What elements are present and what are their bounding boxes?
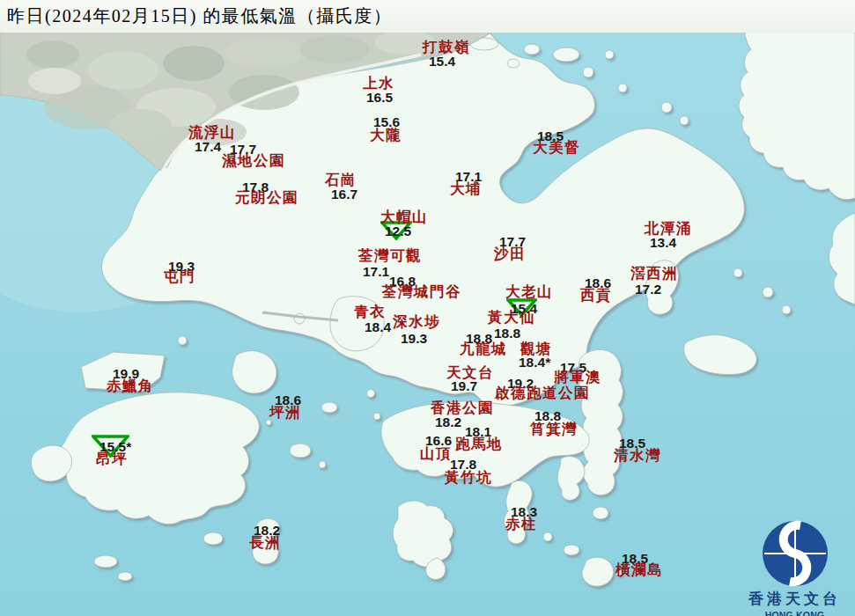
station-value: 18.2: [435, 415, 461, 429]
station-name: 清水灣: [614, 449, 661, 464]
station-name: 打鼓嶺: [423, 40, 470, 55]
hko-logo: 香港天文台 HONG KONG OBSERVATORY: [734, 519, 855, 616]
station-name: 赤柱: [505, 517, 537, 532]
hk-min-temp-map: 昨日(2024年02月15日) 的最低氣溫（攝氏度） 15.4打鼓嶺16.5上水…: [0, 0, 855, 616]
station-name: 將軍澳: [554, 370, 601, 385]
station-value: 12.5: [385, 224, 411, 238]
station-name: 九龍城: [460, 342, 507, 357]
station-value: 15.4: [429, 55, 455, 69]
station-value: 18.8: [494, 326, 520, 341]
station-value: 17.1: [363, 265, 389, 279]
station-value: 18.4: [365, 320, 391, 334]
station-name: 觀塘: [520, 342, 552, 357]
station-name: 筲箕灣: [530, 422, 578, 437]
hko-logo-name-zh: 香港天文台: [734, 589, 855, 609]
station-name: 元朗公園: [235, 191, 299, 206]
station-name: 沙田: [494, 247, 526, 262]
station-name: 山頂: [420, 447, 452, 462]
station-name: 上水: [363, 77, 394, 92]
hko-logo-icon: [761, 519, 829, 588]
hko-logo-name-en: HONG KONG OBSERVATORY: [734, 610, 855, 616]
station-value: 17.2: [635, 282, 661, 297]
station-name: 赤鱲角: [107, 379, 154, 394]
station-name: 流浮山: [188, 126, 236, 141]
stations-layer: 15.4打鼓嶺16.5上水15.6大隴18.5大美督17.4流浮山17.7濕地公…: [0, 0, 855, 616]
station-value: 19.3: [401, 332, 427, 346]
station-name: 橫瀾島: [615, 563, 663, 578]
station-value: 16.7: [331, 187, 357, 202]
station-value: 16.5: [366, 91, 393, 105]
station-name: 大老山: [505, 285, 553, 300]
station-name: 黃大仙: [488, 311, 535, 326]
station-value: 19.7: [451, 379, 477, 393]
station-name: 大隴: [370, 128, 402, 143]
station-name: 天文台: [446, 366, 494, 381]
station-name: 滘西洲: [630, 267, 678, 282]
station-name: 青衣: [354, 305, 386, 320]
station-name: 昂坪: [96, 452, 128, 467]
station-name: 長洲: [249, 536, 281, 551]
station-name: 跑馬地: [455, 437, 503, 452]
station-name: 濕地公園: [222, 154, 285, 169]
station-name: 大埔: [450, 182, 482, 197]
station-value: 13.4: [650, 236, 676, 250]
station-name: 荃灣城門谷: [382, 285, 461, 300]
station-name: 屯門: [164, 270, 195, 285]
station-name: 荃灣可觀: [358, 249, 422, 264]
station-name: 香港公園: [431, 401, 494, 416]
station-name: 深水埗: [393, 315, 440, 330]
station-name: 坪洲: [269, 406, 301, 421]
station-name: 石崗: [325, 173, 357, 188]
station-name: 黃竹坑: [445, 471, 492, 486]
station-name: 大帽山: [380, 210, 428, 225]
station-name: 北潭涌: [645, 222, 692, 237]
station-name: 西貢: [580, 289, 612, 304]
station-value: 18.4*: [519, 356, 550, 370]
station-name: 大美督: [533, 141, 580, 156]
station-name: 啟德跑道公園: [495, 386, 590, 401]
station-value: 17.4: [195, 140, 221, 154]
